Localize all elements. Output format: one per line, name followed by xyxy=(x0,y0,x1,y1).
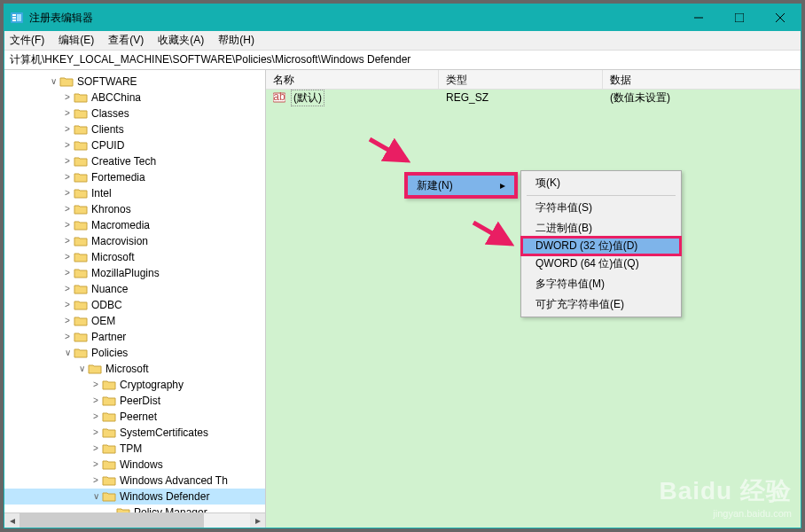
col-data[interactable]: 数据 xyxy=(603,70,801,89)
expand-collapse-icon[interactable]: > xyxy=(61,173,74,182)
tree-node[interactable]: ∨Microsoft xyxy=(4,361,265,377)
tree-node[interactable]: >PeerDist xyxy=(4,393,265,409)
expand-collapse-icon[interactable]: > xyxy=(90,444,102,453)
expand-collapse-icon[interactable]: > xyxy=(90,412,102,421)
horizontal-scrollbar[interactable]: ◂ ▸ xyxy=(4,512,265,528)
tree-node[interactable]: >SystemCertificates xyxy=(4,425,265,441)
folder-icon xyxy=(74,155,88,168)
menu-edit[interactable]: 编辑(E) xyxy=(59,33,94,48)
menu-item[interactable]: 字符串值(S) xyxy=(523,198,679,218)
folder-icon xyxy=(74,139,88,152)
expand-collapse-icon[interactable]: ∨ xyxy=(75,364,88,373)
expand-collapse-icon[interactable]: > xyxy=(61,332,74,341)
expand-collapse-icon[interactable]: > xyxy=(61,109,74,118)
expand-collapse-icon[interactable]: > xyxy=(61,141,74,150)
folder-icon xyxy=(102,442,116,455)
menu-item-label: QWORD (64 位)值(Q) xyxy=(535,256,639,271)
tree-node[interactable]: >Khronos xyxy=(4,201,265,217)
expand-collapse-icon[interactable]: > xyxy=(90,396,102,405)
menu-help[interactable]: 帮助(H) xyxy=(218,33,254,48)
menu-fav[interactable]: 收藏夹(A) xyxy=(158,33,204,48)
menu-item[interactable]: 多字符串值(M) xyxy=(523,274,679,294)
tree-node[interactable]: >Macromedia xyxy=(4,217,265,233)
expand-collapse-icon[interactable]: > xyxy=(61,221,74,230)
expand-collapse-icon[interactable]: ∨ xyxy=(90,492,102,501)
expand-collapse-icon[interactable]: > xyxy=(61,301,74,309)
list-row[interactable]: ab (默认) REG_SZ (数值未设置) xyxy=(266,90,801,106)
minimize-button[interactable] xyxy=(678,4,719,31)
scroll-thumb[interactable] xyxy=(20,513,204,528)
main-area: ∨SOFTWARE>ABCChina>Classes>Clients>CPUID… xyxy=(4,70,801,528)
folder-icon xyxy=(74,347,88,359)
expand-collapse-icon[interactable]: > xyxy=(90,476,102,485)
expand-collapse-icon[interactable]: > xyxy=(61,269,74,278)
tree-node[interactable]: >Clients xyxy=(4,121,265,137)
tree-node[interactable]: ∨Policies xyxy=(4,345,265,361)
submenu-arrow-icon: ▸ xyxy=(500,179,505,192)
tree-label: Macrovision xyxy=(91,235,148,247)
tree-node[interactable]: >Peernet xyxy=(4,409,265,425)
menu-item[interactable]: 可扩充字符串值(E) xyxy=(523,294,679,315)
tree-node[interactable]: >Nuance xyxy=(4,281,265,297)
svg-rect-4 xyxy=(17,14,21,21)
col-type[interactable]: 类型 xyxy=(439,70,603,89)
menu-item[interactable]: QWORD (64 位)值(Q) xyxy=(523,254,679,274)
menu-item-new[interactable]: 新建(N) ▸ xyxy=(408,176,514,195)
tree-pane[interactable]: ∨SOFTWARE>ABCChina>Classes>Clients>CPUID… xyxy=(4,70,266,528)
tree-node[interactable]: >Fortemedia xyxy=(4,169,265,185)
tree-node[interactable]: >TPM xyxy=(4,441,265,457)
expand-collapse-icon[interactable]: > xyxy=(61,253,74,262)
menu-view[interactable]: 查看(V) xyxy=(108,33,144,48)
tree-node[interactable]: >Creative Tech xyxy=(4,153,265,169)
expand-collapse-icon[interactable]: > xyxy=(61,285,74,293)
tree-node[interactable]: >MozillaPlugins xyxy=(4,265,265,281)
list-rows: ab (默认) REG_SZ (数值未设置) xyxy=(266,90,801,106)
maximize-button[interactable] xyxy=(719,4,760,31)
expand-collapse-icon[interactable]: > xyxy=(61,205,74,214)
tree-node[interactable]: >OEM xyxy=(4,313,265,329)
expand-collapse-icon[interactable]: > xyxy=(61,189,74,198)
menu-item[interactable]: 项(K) xyxy=(523,173,679,193)
scroll-right-button[interactable]: ▸ xyxy=(250,513,265,528)
tree-node[interactable]: >ABCChina xyxy=(4,90,265,106)
expand-collapse-icon[interactable]: > xyxy=(61,125,74,134)
titlebar[interactable]: 注册表编辑器 xyxy=(4,4,801,31)
expand-collapse-icon[interactable]: > xyxy=(90,460,102,469)
tree-node[interactable]: >CPUID xyxy=(4,137,265,153)
expand-collapse-icon[interactable]: > xyxy=(61,93,74,102)
tree-node[interactable]: ∨SOFTWARE xyxy=(4,74,265,90)
expand-collapse-icon[interactable]: > xyxy=(61,157,74,166)
tree-label: SystemCertificates xyxy=(120,426,208,439)
col-name[interactable]: 名称 xyxy=(266,70,439,89)
expand-collapse-icon[interactable]: > xyxy=(61,237,74,246)
expand-collapse-icon[interactable]: > xyxy=(90,428,102,437)
expand-collapse-icon[interactable]: > xyxy=(90,380,102,389)
tree-label: OEM xyxy=(91,315,115,327)
list-pane[interactable]: 名称 类型 数据 ab (默认) REG_SZ (数值未设置) xyxy=(266,70,801,528)
tree-node[interactable]: >Cryptography xyxy=(4,377,265,393)
expand-collapse-icon[interactable]: ∨ xyxy=(47,77,59,86)
tree-node[interactable]: >Partner xyxy=(4,329,265,345)
tree-node[interactable]: >Classes xyxy=(4,106,265,121)
address-bar[interactable]: 计算机\HKEY_LOCAL_MACHINE\SOFTWARE\Policies… xyxy=(4,51,801,70)
folder-icon xyxy=(74,299,88,311)
window-title: 注册表编辑器 xyxy=(29,11,93,26)
tree-node[interactable]: >Macrovision xyxy=(4,233,265,249)
folder-icon xyxy=(59,75,74,88)
tree-label: Khronos xyxy=(91,203,131,215)
close-button[interactable] xyxy=(760,4,801,31)
tree-node[interactable]: ∨Windows Defender xyxy=(4,489,265,505)
tree-label: Creative Tech xyxy=(91,155,156,168)
tree-node[interactable]: >Intel xyxy=(4,185,265,201)
tree-node[interactable]: >ODBC xyxy=(4,297,265,313)
scroll-left-button[interactable]: ◂ xyxy=(4,513,20,528)
tree-node[interactable]: >Windows xyxy=(4,457,265,473)
scroll-track[interactable] xyxy=(20,513,250,528)
tree-node[interactable]: >Microsoft xyxy=(4,249,265,265)
expand-collapse-icon[interactable]: > xyxy=(61,317,74,325)
menu-item[interactable]: DWORD (32 位)值(D) xyxy=(520,236,682,256)
expand-collapse-icon[interactable]: ∨ xyxy=(61,348,74,357)
folder-icon xyxy=(74,331,88,343)
tree-node[interactable]: >Windows Advanced Th xyxy=(4,473,265,489)
menu-file[interactable]: 文件(F) xyxy=(10,33,44,48)
